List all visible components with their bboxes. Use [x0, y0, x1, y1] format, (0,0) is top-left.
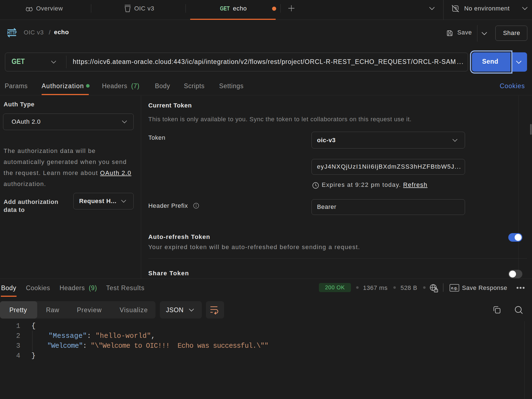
svg-text:HTTP: HTTP [7, 30, 17, 36]
